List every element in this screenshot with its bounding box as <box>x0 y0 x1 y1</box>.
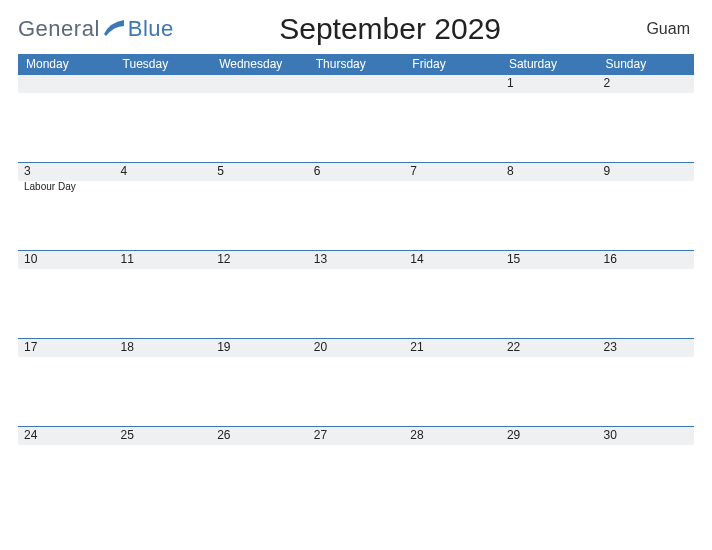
day-cell: 11 <box>115 251 212 338</box>
date-number: 18 <box>121 340 134 354</box>
weekday-wed: Wednesday <box>211 57 308 71</box>
event-label: Labour Day <box>24 181 76 192</box>
day-cell: 12 <box>211 251 308 338</box>
date-number: 13 <box>314 252 327 266</box>
weekday-sat: Saturday <box>501 57 598 71</box>
day-cell: 23 <box>597 339 694 426</box>
date-number: 9 <box>603 164 610 178</box>
week-row: 10 11 12 13 14 15 16 <box>18 250 694 338</box>
date-number: 24 <box>24 428 37 442</box>
date-number: 14 <box>410 252 423 266</box>
date-number: 21 <box>410 340 423 354</box>
weekday-sun: Sunday <box>597 57 694 71</box>
weekday-tue: Tuesday <box>115 57 212 71</box>
week-row: 17 18 19 20 21 22 23 <box>18 338 694 426</box>
day-cell: 13 <box>308 251 405 338</box>
date-number: 17 <box>24 340 37 354</box>
week-row: 1 2 <box>18 74 694 162</box>
day-cell: 9 <box>597 163 694 250</box>
date-number: 15 <box>507 252 520 266</box>
date-number: 16 <box>603 252 616 266</box>
day-cell: 1 <box>501 75 598 162</box>
brand-general: General <box>18 16 100 42</box>
date-number: 11 <box>121 252 134 266</box>
day-cell: 16 <box>597 251 694 338</box>
date-number: 29 <box>507 428 520 442</box>
date-number: 7 <box>410 164 417 178</box>
date-number: 26 <box>217 428 230 442</box>
day-cell: 6 <box>308 163 405 250</box>
date-number: 5 <box>217 164 224 178</box>
day-cell: 27 <box>308 427 405 514</box>
day-cell: 14 <box>404 251 501 338</box>
date-number: 30 <box>603 428 616 442</box>
date-number: 1 <box>507 76 514 90</box>
weekday-mon: Monday <box>18 57 115 71</box>
day-cell: 22 <box>501 339 598 426</box>
day-cell: 3Labour Day <box>18 163 115 250</box>
day-cell: 30 <box>597 427 694 514</box>
week-row: 24 25 26 27 28 29 30 <box>18 426 694 514</box>
day-cell: 8 <box>501 163 598 250</box>
date-number: 22 <box>507 340 520 354</box>
day-cell: 26 <box>211 427 308 514</box>
day-cell: 19 <box>211 339 308 426</box>
day-cell: 28 <box>404 427 501 514</box>
date-number: 8 <box>507 164 514 178</box>
date-number: 19 <box>217 340 230 354</box>
day-cell: 15 <box>501 251 598 338</box>
week-row: 3Labour Day 4 5 6 7 8 9 <box>18 162 694 250</box>
date-number: 3 <box>24 164 31 178</box>
day-cell: 7 <box>404 163 501 250</box>
day-cell: 4 <box>115 163 212 250</box>
day-cell: 10 <box>18 251 115 338</box>
date-number: 4 <box>121 164 128 178</box>
weekday-thu: Thursday <box>308 57 405 71</box>
calendar-grid: 1 2 3Labour Day 4 5 6 7 8 9 10 11 12 13 … <box>18 74 694 514</box>
day-cell <box>115 75 212 162</box>
day-cell <box>211 75 308 162</box>
date-number: 28 <box>410 428 423 442</box>
weekday-fri: Friday <box>404 57 501 71</box>
date-number: 12 <box>217 252 230 266</box>
region-label: Guam <box>646 20 694 38</box>
header: General Blue September 2029 Guam <box>18 8 694 50</box>
page-title: September 2029 <box>134 12 647 46</box>
date-number: 27 <box>314 428 327 442</box>
day-cell: 25 <box>115 427 212 514</box>
day-cell: 2 <box>597 75 694 162</box>
date-number: 6 <box>314 164 321 178</box>
date-number: 25 <box>121 428 134 442</box>
date-number: 20 <box>314 340 327 354</box>
day-cell: 20 <box>308 339 405 426</box>
day-cell: 21 <box>404 339 501 426</box>
date-number: 2 <box>603 76 610 90</box>
date-number: 10 <box>24 252 37 266</box>
day-cell: 24 <box>18 427 115 514</box>
date-number: 23 <box>603 340 616 354</box>
day-cell <box>308 75 405 162</box>
day-cell: 5 <box>211 163 308 250</box>
day-cell: 29 <box>501 427 598 514</box>
day-cell <box>18 75 115 162</box>
day-cell <box>404 75 501 162</box>
brand-swoosh-icon <box>104 16 124 32</box>
day-cell: 18 <box>115 339 212 426</box>
day-cell: 17 <box>18 339 115 426</box>
weekday-header: Monday Tuesday Wednesday Thursday Friday… <box>18 54 694 74</box>
